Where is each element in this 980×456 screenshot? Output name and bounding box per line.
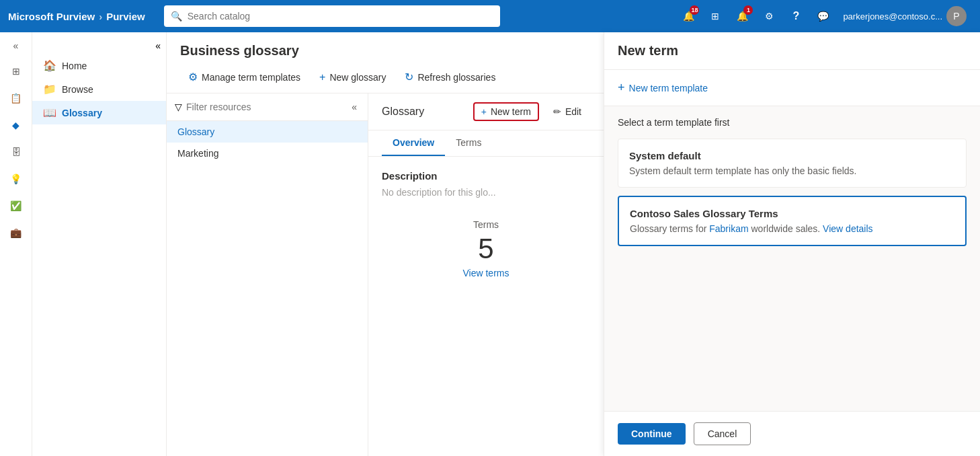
sidebar-item-glossary-label: Glossary <box>62 108 102 118</box>
help-button[interactable]: ? <box>784 4 808 28</box>
nav-sidebar-collapse[interactable]: « <box>32 38 166 54</box>
filter-icon: ▽ <box>175 102 182 112</box>
refresh-glossaries-button[interactable]: ↻ Refresh glossaries <box>397 67 503 87</box>
right-panel-title: New term <box>618 43 967 59</box>
new-term-label: New term <box>491 106 531 117</box>
main-layout: « ⊞ 📋 ◆ 🗄 💡 ✅ 💼 « 🏠 Home 📁 Browse 📖 Glos… <box>0 32 980 456</box>
tab-overview-label: Overview <box>393 137 434 148</box>
new-glossary-label: New glossary <box>329 72 386 83</box>
nav-sidebar: « 🏠 Home 📁 Browse 📖 Glossary <box>32 32 167 456</box>
filter-item-glossary-label: Glossary <box>177 126 214 137</box>
brand-name: Microsoft Purview <box>8 11 95 22</box>
terms-stats: Terms 5 View terms <box>382 219 590 278</box>
manage-icon: ⚙ <box>188 71 198 83</box>
filter-panel: ▽ « Glossary Marketing <box>167 93 368 456</box>
feedback-icon: 💬 <box>817 11 829 22</box>
sidebar-icon-catalog[interactable]: 📋 <box>4 86 28 110</box>
edit-label: Edit <box>565 106 581 117</box>
terms-label: Terms <box>473 219 499 230</box>
contoso-sales-description: Glossary terms for Fabrikam worldwide sa… <box>630 223 954 234</box>
settings-icon: ⚙ <box>765 11 774 22</box>
notifications-button[interactable]: 🔔 18 <box>676 4 700 28</box>
sidebar-icon-bulb[interactable]: 💡 <box>4 167 28 191</box>
contoso-desc-highlight: Fabrikam <box>709 223 748 234</box>
manage-term-templates-button[interactable]: ⚙ Manage term templates <box>180 67 309 87</box>
contoso-desc-after: worldwide sales. <box>749 223 821 234</box>
plus-icon: + <box>319 71 325 83</box>
sidebar-item-home[interactable]: 🏠 Home <box>32 54 166 77</box>
settings-button[interactable]: ⚙ <box>757 4 781 28</box>
view-details-link[interactable]: View details <box>823 223 872 234</box>
sidebar-icon-home[interactable]: ⊞ <box>4 59 28 83</box>
breadcrumb: Purview <box>106 11 145 22</box>
sidebar-item-glossary[interactable]: 📖 Glossary <box>32 101 166 124</box>
new-term-button[interactable]: + New term <box>473 102 539 121</box>
tab-overview[interactable]: Overview <box>382 130 445 156</box>
cancel-button[interactable]: Cancel <box>694 422 751 445</box>
tab-terms[interactable]: Terms <box>445 130 492 156</box>
user-profile[interactable]: parkerjones@contoso.c... P <box>838 3 972 29</box>
sidebar-item-browse-label: Browse <box>62 84 93 95</box>
glossary-title: Glossary <box>382 106 424 118</box>
content-area: Business glossary ⚙ Manage term template… <box>167 32 604 456</box>
avatar-initials: P <box>953 11 959 22</box>
edit-button[interactable]: ✏ Edit <box>544 102 590 122</box>
glossary-body: Description No description for this glo.… <box>368 157 604 456</box>
right-panel: New term + New term template Select a te… <box>604 32 980 456</box>
refresh-label: Refresh glossaries <box>417 72 495 83</box>
view-terms-link[interactable]: View terms <box>463 268 509 278</box>
filter-list: Glossary Marketing <box>167 121 368 456</box>
new-term-plus-icon: + <box>481 106 487 117</box>
filter-item-marketing[interactable]: Marketing <box>167 143 368 164</box>
sidebar-icon-data[interactable]: 🗄 <box>4 140 28 164</box>
page-title: Business glossary <box>180 43 590 59</box>
contoso-desc-before: Glossary terms for <box>630 223 709 234</box>
edit-icon: ✏ <box>553 106 561 117</box>
breadcrumb-sep: › <box>99 11 102 22</box>
sidebar-item-browse[interactable]: 📁 Browse <box>32 77 166 101</box>
glossary-icon: 📖 <box>43 106 56 119</box>
new-template-plus-icon: + <box>618 81 625 95</box>
new-glossary-button[interactable]: + New glossary <box>311 67 394 87</box>
glossary-header: Glossary + New term ✏ Edit <box>368 93 604 130</box>
user-email: parkerjones@contoso.c... <box>843 11 942 22</box>
alerts-button[interactable]: 🔔 1 <box>730 4 754 28</box>
feedback-button[interactable]: 💬 <box>811 4 835 28</box>
teams-icon: ⊞ <box>711 11 719 22</box>
filter-collapse-button[interactable]: « <box>349 100 360 114</box>
content-header: Business glossary ⚙ Manage term template… <box>167 32 604 93</box>
teams-button[interactable]: ⊞ <box>703 4 727 28</box>
select-template-label: Select a term template first <box>618 117 967 128</box>
system-default-description: System default term template has only th… <box>629 165 955 176</box>
new-term-template-button[interactable]: + New term template <box>618 78 708 98</box>
brand: Microsoft Purview › Purview <box>8 11 145 22</box>
refresh-icon: ↻ <box>405 71 413 83</box>
sidebar-item-home-label: Home <box>62 61 87 71</box>
alerts-badge: 1 <box>743 5 753 15</box>
filter-item-glossary[interactable]: Glossary <box>167 121 368 143</box>
description-title: Description <box>382 170 590 182</box>
browse-icon: 📁 <box>43 83 56 96</box>
help-icon: ? <box>793 10 800 22</box>
right-panel-header: New term <box>604 32 980 70</box>
description-section: Description No description for this glo.… <box>382 170 590 198</box>
terms-count: 5 <box>478 233 493 265</box>
template-card-contoso-sales[interactable]: Contoso Sales Glossary Terms Glossary te… <box>618 196 967 246</box>
sidebar-icon-checklist[interactable]: ✅ <box>4 194 28 218</box>
filter-input-wrap: ▽ <box>175 102 349 112</box>
template-card-system-default[interactable]: System default System default term templ… <box>618 139 967 188</box>
filter-input[interactable] <box>186 102 349 112</box>
sidebar-icon-briefcase[interactable]: 💼 <box>4 221 28 245</box>
topnav-icons: 🔔 18 ⊞ 🔔 1 ⚙ ? 💬 parkerjones@contoso.c..… <box>676 3 972 29</box>
glossary-tabs: Overview Terms <box>368 130 604 157</box>
avatar: P <box>946 6 967 26</box>
sidebar-icon-diamond[interactable]: ◆ <box>4 113 28 137</box>
icon-sidebar-expand[interactable]: « <box>4 38 28 54</box>
continue-button[interactable]: Continue <box>618 423 686 445</box>
split-panel: ▽ « Glossary Marketing Glossar <box>167 93 604 456</box>
search-input[interactable] <box>188 11 493 22</box>
right-panel-body: Select a term template first System defa… <box>604 106 980 411</box>
collapse-icon: « <box>155 40 161 51</box>
search-bar[interactable]: 🔍 <box>164 5 500 27</box>
filter-item-marketing-label: Marketing <box>177 148 218 159</box>
